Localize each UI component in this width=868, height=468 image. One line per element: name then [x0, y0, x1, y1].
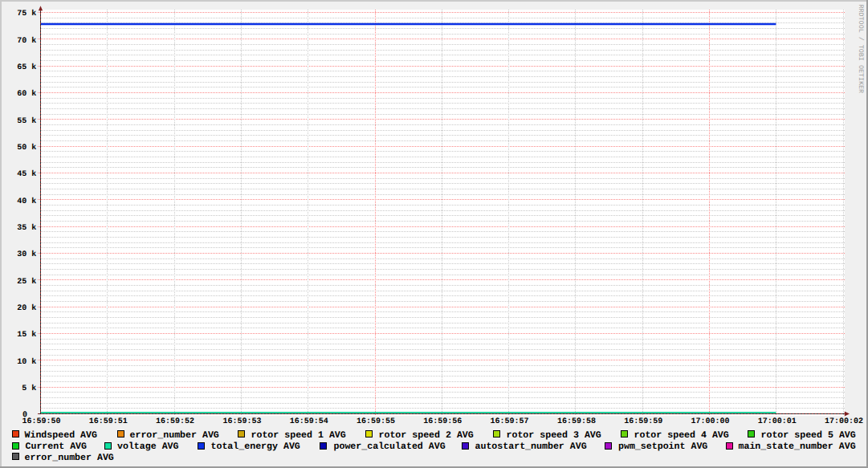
svg-text:16:59:59: 16:59:59	[624, 417, 662, 426]
svg-text:16:59:53: 16:59:53	[222, 417, 261, 426]
svg-text:rotor speed 5 AVG: rotor speed 5 AVG	[761, 430, 856, 441]
svg-text:40 k: 40 k	[17, 197, 36, 206]
svg-text:10 k: 10 k	[17, 357, 36, 367]
svg-text:power_calculated AVG: power_calculated AVG	[334, 442, 446, 452]
svg-text:35 k: 35 k	[17, 223, 36, 233]
svg-text:25 k: 25 k	[17, 277, 36, 287]
svg-text:Current AVG: Current AVG	[26, 442, 88, 452]
svg-text:rotor speed 1 AVG: rotor speed 1 AVG	[251, 430, 346, 441]
svg-text:16:59:52: 16:59:52	[156, 417, 194, 426]
svg-text:17:00:00: 17:00:00	[691, 417, 729, 426]
svg-text:30 k: 30 k	[17, 250, 36, 259]
svg-text:16:59:50: 16:59:50	[22, 417, 60, 426]
svg-text:65 k: 65 k	[17, 63, 36, 72]
svg-text:16:59:54: 16:59:54	[290, 417, 328, 426]
svg-text:5 k: 5 k	[22, 384, 36, 393]
svg-text:70 k: 70 k	[17, 36, 36, 46]
svg-text:45 k: 45 k	[17, 169, 36, 179]
svg-text:rotor speed 3 AVG: rotor speed 3 AVG	[507, 430, 601, 441]
svg-text:20 k: 20 k	[17, 303, 36, 313]
svg-text:pwm_setpoint AVG: pwm_setpoint AVG	[618, 442, 707, 452]
svg-text:17:00:02: 17:00:02	[825, 417, 863, 426]
svg-text:rotor speed 2 AVG: rotor speed 2 AVG	[379, 430, 474, 441]
svg-text:60 k: 60 k	[17, 89, 36, 99]
svg-text:main_state_number AVG: main_state_number AVG	[739, 442, 856, 452]
svg-text:16:59:56: 16:59:56	[423, 417, 462, 426]
svg-text:50 k: 50 k	[17, 143, 36, 153]
svg-text:RRDTOOL / TOBI OETIKER: RRDTOOL / TOBI OETIKER	[857, 5, 865, 94]
svg-text:16:59:55: 16:59:55	[357, 417, 395, 426]
svg-text:16:59:58: 16:59:58	[557, 417, 596, 426]
svg-text:17:00:01: 17:00:01	[758, 417, 797, 426]
svg-text:error_number AVG: error_number AVG	[25, 453, 114, 463]
svg-text:55 k: 55 k	[17, 116, 36, 126]
svg-text:16:59:57: 16:59:57	[491, 417, 529, 426]
svg-text:total_energy AVG: total_energy AVG	[211, 442, 300, 452]
svg-text:15 k: 15 k	[17, 330, 36, 340]
svg-text:voltage AVG: voltage AVG	[117, 442, 179, 452]
svg-text:rotor speed 4 AVG: rotor speed 4 AVG	[634, 430, 729, 441]
svg-text:16:59:51: 16:59:51	[89, 417, 128, 426]
svg-text:75 k: 75 k	[17, 9, 36, 18]
svg-text:autostart_number AVG: autostart_number AVG	[475, 442, 587, 452]
svg-text:Windspeed AVG: Windspeed AVG	[25, 430, 97, 441]
svg-text:error_number AVG: error_number AVG	[130, 430, 219, 441]
